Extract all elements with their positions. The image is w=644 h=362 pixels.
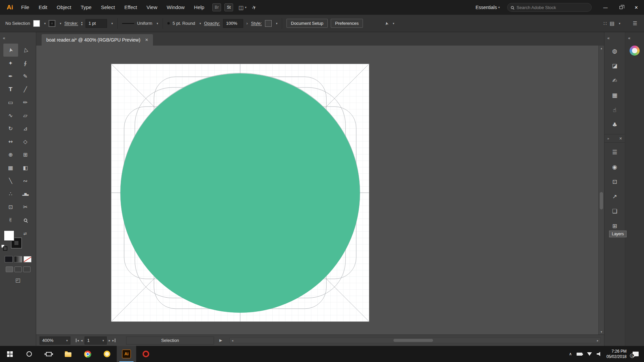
width-profile-caret-icon[interactable]: ▾ <box>157 22 158 25</box>
screen-mode-button[interactable]: ◰ <box>15 277 20 283</box>
lasso-tool[interactable]: ∮ <box>18 57 33 70</box>
scroll-down-icon[interactable]: ▾ <box>601 329 602 335</box>
battery-icon[interactable] <box>577 353 582 356</box>
menu-select[interactable]: Select <box>96 0 120 15</box>
minimize-button[interactable]: — <box>598 0 613 15</box>
asset-export-panel[interactable]: ⊡ <box>604 174 625 189</box>
graphic-styles-panel[interactable]: ◪ <box>604 58 625 73</box>
stroke-color-swatch[interactable] <box>49 20 55 27</box>
width-profile-value[interactable]: Uniform <box>137 21 153 26</box>
fill-color-swatch[interactable] <box>33 20 40 27</box>
document-setup-button[interactable]: Document Setup <box>286 19 328 28</box>
pen-tool[interactable]: ✒ <box>3 70 18 83</box>
stroke-panel[interactable]: ✍ <box>604 73 625 88</box>
libraries-panel[interactable]: ◍ <box>604 44 625 58</box>
width-tool[interactable]: ↔ <box>3 135 18 148</box>
collapse-dock-icon[interactable]: « <box>607 36 610 41</box>
arrange-documents-caret-icon[interactable]: ▾ <box>245 6 247 9</box>
magic-wand-tool[interactable]: ✦ <box>3 57 18 70</box>
opacity-menu-icon[interactable]: › <box>246 21 248 26</box>
color-button[interactable] <box>5 256 13 262</box>
search-input[interactable] <box>517 5 588 10</box>
fill-caret-icon[interactable]: ▾ <box>44 22 46 25</box>
brush-caret-icon[interactable]: ▾ <box>200 22 201 25</box>
color-panel[interactable]: ◉ <box>604 160 625 174</box>
symbols-panel[interactable]: ♣ <box>604 117 625 132</box>
menu-help[interactable]: Help <box>189 0 209 15</box>
appearance-panel[interactable]: ☰ <box>604 145 625 160</box>
stroke-weight-stepper[interactable]: ▴▾ <box>81 21 83 26</box>
yellow-app-button[interactable] <box>97 346 117 362</box>
workspace-layout-caret-icon[interactable]: ▾ <box>619 22 621 25</box>
swap-fill-stroke-icon[interactable]: ⇄ <box>23 231 27 236</box>
style-caret-icon[interactable]: ▾ <box>276 22 278 25</box>
style-swatch[interactable] <box>265 20 272 27</box>
action-center-icon[interactable]: 1 <box>633 352 639 356</box>
slice-tool[interactable]: ✂ <box>18 200 33 214</box>
swatches-panel[interactable]: ▦ <box>604 88 625 103</box>
menu-edit[interactable]: Edit <box>34 0 52 15</box>
scale-tool[interactable]: ⊿ <box>18 122 33 135</box>
teal-circle-shape[interactable] <box>120 73 360 313</box>
task-view-button[interactable] <box>39 346 58 362</box>
mesh-tool[interactable]: ▦ <box>3 161 18 174</box>
free-transform-tool[interactable]: ◇ <box>18 135 33 148</box>
artboard[interactable] <box>111 64 369 321</box>
canvas[interactable]: ▴ ▾ <box>36 46 604 335</box>
adobe-stock-search[interactable] <box>507 3 592 12</box>
grid-dots-icon[interactable]: ∷ <box>603 20 607 26</box>
menu-view[interactable]: View <box>142 0 162 15</box>
last-artboard-button[interactable]: ▸ <box>112 339 115 342</box>
menu-type[interactable]: Type <box>76 0 96 15</box>
expand-group-icon[interactable]: » <box>607 136 609 141</box>
default-fill-stroke-icon[interactable] <box>1 245 4 248</box>
network-icon[interactable] <box>587 352 592 356</box>
blend-tool[interactable]: ∾ <box>18 174 33 187</box>
stroke-label[interactable]: Stroke: <box>64 21 78 26</box>
gradient-button[interactable] <box>14 256 22 262</box>
draw-behind-button[interactable] <box>14 266 22 272</box>
next-artboard-button[interactable]: ▸ <box>109 339 110 342</box>
stroke-weight-caret-icon[interactable]: ▾ <box>111 22 113 25</box>
artboard-tool[interactable]: ⊡ <box>3 200 18 214</box>
horizontal-scrollbar[interactable]: ◂ ▸ <box>229 338 601 343</box>
document-tab[interactable]: boat reader.ai* @ 400% (RGB/GPU Preview)… <box>42 34 153 46</box>
start-button[interactable] <box>0 346 19 362</box>
paintbrush-tool[interactable]: ✏ <box>18 96 33 109</box>
menu-effect[interactable]: Effect <box>120 0 142 15</box>
vertical-scroll-thumb[interactable] <box>600 192 603 209</box>
preferences-button[interactable]: Preferences <box>331 19 363 28</box>
column-graph-tool[interactable]: ▂▆▃ <box>18 187 33 200</box>
menu-object[interactable]: Object <box>52 0 76 15</box>
collapse-outer-dock-icon[interactable]: « <box>628 36 631 41</box>
rectangle-tool[interactable]: ▭ <box>3 96 18 109</box>
fill-swatch[interactable] <box>4 231 14 241</box>
cortana-button[interactable] <box>19 346 39 362</box>
type-tool[interactable]: T <box>3 83 18 96</box>
previous-artboard-button[interactable]: ◂ <box>81 339 83 342</box>
rotate-tool[interactable]: ↻ <box>3 122 18 135</box>
hand-tool[interactable]: ✌ <box>3 214 18 227</box>
gpu-performance-icon[interactable]: ✈ <box>251 4 257 11</box>
eraser-tool[interactable]: ▱ <box>18 109 33 122</box>
red-app-button[interactable] <box>136 346 156 362</box>
status-menu-button[interactable]: ▶ <box>217 337 225 345</box>
close-button[interactable]: ✕ <box>629 0 644 15</box>
gradient-tool[interactable]: ◧ <box>18 161 33 174</box>
opacity-label[interactable]: Opacity: <box>204 21 220 26</box>
line-segment-tool[interactable]: ╱ <box>18 83 33 96</box>
creative-cloud-icon[interactable] <box>630 46 640 56</box>
scroll-right-icon[interactable]: ▸ <box>595 339 600 342</box>
shape-builder-tool[interactable]: ⊕ <box>3 148 18 161</box>
panel-menu-icon[interactable]: ☰ <box>633 20 637 26</box>
artboard-number-select[interactable]: 1 ▾ <box>85 337 107 345</box>
file-explorer-button[interactable] <box>58 346 78 362</box>
menu-file[interactable]: File <box>16 0 34 15</box>
first-artboard-button[interactable]: ◂ <box>76 339 79 342</box>
horizontal-scroll-track[interactable] <box>235 338 595 343</box>
tab-close-icon[interactable]: ✕ <box>145 38 148 42</box>
volume-icon[interactable] <box>597 352 602 356</box>
eyedropper-tool[interactable]: ╲ <box>3 174 18 187</box>
hidden-icons-chevron-icon[interactable]: ∧ <box>569 352 572 356</box>
perspective-grid-tool[interactable]: ⊞ <box>18 148 33 161</box>
